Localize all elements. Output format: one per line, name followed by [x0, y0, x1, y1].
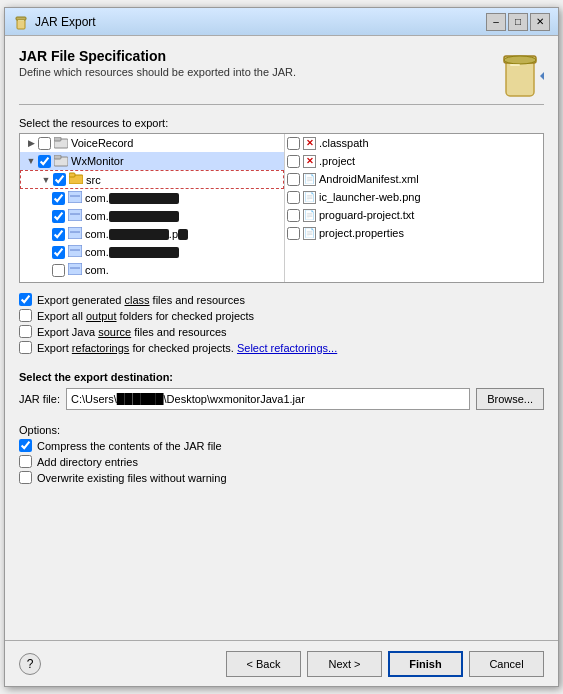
cb-com1[interactable]: [52, 192, 65, 205]
cb-export-output[interactable]: [19, 309, 32, 322]
resources-section: Select the resources to export: ▶ VoiceR…: [19, 117, 544, 283]
file-item-proguard[interactable]: 📄 proguard-project.txt: [285, 206, 543, 224]
tree-item-com1[interactable]: com.: [20, 189, 284, 207]
option-compress: Compress the contents of the JAR file: [19, 439, 544, 452]
tree-label-com3: com..p: [85, 228, 188, 241]
cb-wxmonitor[interactable]: [38, 155, 51, 168]
cb-com3[interactable]: [52, 228, 65, 241]
tree-label-com1: com.: [85, 192, 179, 205]
file-item-projectprops[interactable]: 📄 project.properties: [285, 224, 543, 242]
title-bar-buttons: – □ ✕: [486, 13, 550, 31]
jar-illustration: [496, 48, 544, 100]
export-option-4: Export refactorings for checked projects…: [19, 341, 544, 354]
cb-iclauncher[interactable]: [287, 191, 300, 204]
svg-rect-18: [68, 227, 82, 239]
header-area: JAR File Specification Define which reso…: [19, 48, 544, 109]
svg-rect-9: [54, 137, 61, 141]
package-icon5: [68, 263, 82, 275]
file-item-classpath[interactable]: ✕ .classpath: [285, 134, 543, 152]
cb-overwrite[interactable]: [19, 471, 32, 484]
expand-src[interactable]: ▼: [39, 173, 53, 187]
cb-export-refactoring[interactable]: [19, 341, 32, 354]
export-option-2: Export all output folders for checked pr…: [19, 309, 544, 322]
file-item-androidmanifest[interactable]: 📄 AndroidManifest.xml: [285, 170, 543, 188]
finish-button[interactable]: Finish: [388, 651, 463, 677]
tree-label-com5: com.: [85, 264, 109, 276]
cb-com2[interactable]: [52, 210, 65, 223]
cb-voicerecord[interactable]: [38, 137, 51, 150]
jar-title-icon: [13, 14, 29, 30]
tree-item-com5[interactable]: com.: [20, 261, 284, 279]
cb-androidmanifest[interactable]: [287, 173, 300, 186]
page-title: JAR File Specification: [19, 48, 296, 64]
svg-point-5: [504, 56, 536, 64]
expand-voicerecord[interactable]: ▶: [24, 136, 38, 150]
file-item-project[interactable]: ✕ .project: [285, 152, 543, 170]
files-panel[interactable]: ✕ .classpath ✕ .project 📄 AndroidManifes…: [285, 134, 543, 282]
tree-label-src: src: [86, 174, 101, 186]
option-compress-label: Compress the contents of the JAR file: [37, 440, 222, 452]
back-button[interactable]: < Back: [226, 651, 301, 677]
jar-file-label: JAR file:: [19, 393, 60, 405]
tree-label-wxmonitor: WxMonitor: [71, 155, 124, 167]
option-directory-label: Add directory entries: [37, 456, 138, 468]
cb-directory[interactable]: [19, 455, 32, 468]
help-button[interactable]: ?: [19, 653, 41, 675]
file-label-project: .project: [319, 155, 355, 167]
svg-rect-6: [510, 64, 520, 66]
x-icon-project: ✕: [303, 155, 316, 168]
doc-icon-iclauncher: 📄: [303, 191, 316, 204]
maximize-button[interactable]: □: [508, 13, 528, 31]
tree-label-com4: com.: [85, 246, 179, 259]
tree-label-voicerecord: VoiceRecord: [71, 137, 133, 149]
doc-icon-androidmanifest: 📄: [303, 173, 316, 186]
jar-file-row: JAR file: Browse...: [19, 388, 544, 410]
browse-button[interactable]: Browse...: [476, 388, 544, 410]
export-options: Export generated class files and resourc…: [19, 293, 544, 357]
jar-export-dialog: JAR Export – □ ✕ JAR File Specification …: [4, 7, 559, 687]
file-item-iclauncher[interactable]: 📄 ic_launcher-web.png: [285, 188, 543, 206]
option-overwrite-label: Overwrite existing files without warning: [37, 472, 227, 484]
footer-left: ?: [19, 653, 41, 675]
cb-src[interactable]: [53, 173, 66, 186]
tree-item-wxmonitor[interactable]: ▼ WxMonitor: [20, 152, 284, 170]
tree-item-voicerecord[interactable]: ▶ VoiceRecord: [20, 134, 284, 152]
svg-rect-14: [68, 191, 82, 203]
select-refactorings-link[interactable]: Select refactorings...: [237, 342, 337, 354]
svg-rect-16: [68, 209, 82, 221]
dialog-content: JAR File Specification Define which reso…: [5, 36, 558, 640]
tree-item-com3[interactable]: com..p: [20, 225, 284, 243]
package-icon4: [68, 245, 82, 257]
export-option-4-label: Export refactorings for checked projects…: [37, 342, 237, 354]
svg-rect-13: [69, 173, 75, 177]
next-button[interactable]: Next >: [307, 651, 382, 677]
jar-path-input[interactable]: [66, 388, 470, 410]
x-icon-classpath: ✕: [303, 137, 316, 150]
file-label-proguard: proguard-project.txt: [319, 209, 414, 221]
cb-export-class[interactable]: [19, 293, 32, 306]
export-option-3: Export Java source files and resources: [19, 325, 544, 338]
folder-icon: [69, 172, 83, 184]
tree-item-com4[interactable]: com.: [20, 243, 284, 261]
title-bar: JAR Export – □ ✕: [5, 8, 558, 36]
close-button[interactable]: ✕: [530, 13, 550, 31]
page-subtitle: Define which resources should be exporte…: [19, 66, 296, 78]
tree-item-com2[interactable]: com.: [20, 207, 284, 225]
cb-classpath[interactable]: [287, 137, 300, 150]
resources-panel: ▶ VoiceRecord ▼: [19, 133, 544, 283]
cb-com4[interactable]: [52, 246, 65, 259]
cb-compress[interactable]: [19, 439, 32, 452]
cb-projectprops[interactable]: [287, 227, 300, 240]
dialog-footer: ? < Back Next > Finish Cancel: [5, 640, 558, 686]
tree-item-src[interactable]: ▼ src: [20, 170, 284, 189]
tree-panel[interactable]: ▶ VoiceRecord ▼: [20, 134, 285, 282]
cb-project[interactable]: [287, 155, 300, 168]
minimize-button[interactable]: –: [486, 13, 506, 31]
cb-proguard[interactable]: [287, 209, 300, 222]
cb-export-source[interactable]: [19, 325, 32, 338]
svg-rect-2: [18, 20, 24, 21]
export-option-3-label: Export Java source files and resources: [37, 326, 227, 338]
cb-com5[interactable]: [52, 264, 65, 277]
cancel-button[interactable]: Cancel: [469, 651, 544, 677]
expand-wxmonitor[interactable]: ▼: [24, 154, 38, 168]
